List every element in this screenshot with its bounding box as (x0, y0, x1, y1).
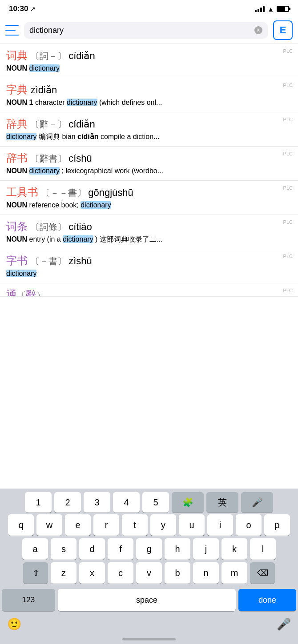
wifi-icon: ▲ (267, 5, 274, 13)
key-row-3: ⇧ z x c v b n m ⌫ (2, 562, 296, 584)
home-indicator (122, 638, 176, 640)
key-w[interactable]: w (36, 514, 62, 536)
result-chinese-7: 字书 〔－書〕 zìshū (6, 254, 292, 268)
key-e[interactable]: e (65, 514, 91, 536)
key-x[interactable]: x (79, 562, 105, 584)
key-q[interactable]: q (8, 514, 34, 536)
plc-badge: PLC (283, 185, 293, 191)
key-h[interactable]: h (165, 538, 190, 560)
result-chinese-8: 通〔辭〉 (6, 288, 292, 297)
key-mic[interactable]: 🎤 (241, 492, 273, 513)
keyboard-bottom-row: 123 space done (0, 586, 298, 615)
plc-badge: PLC (283, 117, 293, 122)
result-def-6: NOUN entry (in a dictionary ) 这部词典收录了二..… (6, 235, 292, 244)
location-arrow-icon: ↗ (30, 5, 36, 12)
key-l[interactable]: l (250, 538, 276, 560)
result-item-4[interactable]: PLC 辞书 〔辭書〕 císhū NOUN dictionary ; lexi… (0, 147, 298, 181)
key-y[interactable]: y (150, 514, 176, 536)
result-def-7: dictionary (6, 269, 292, 278)
result-chinese-4: 辞书 〔辭書〕 císhū (6, 151, 292, 165)
result-item-6[interactable]: PLC 词条 〔詞條〕 cítiáo NOUN entry (in a dict… (0, 215, 298, 249)
keyboard-letter-rows: q w e r t y u i o p a s d f g h j k l ⇧ … (0, 514, 298, 584)
result-item-7[interactable]: PLC 字书 〔－書〕 zìshū dictionary (0, 249, 298, 283)
result-def-3: dictionary 编词典 biān cídiǎn compile a dic… (6, 132, 292, 142)
plc-badge: PLC (283, 219, 293, 225)
result-chinese-2: 字典 zìdiǎn (6, 83, 292, 97)
result-chinese-6: 词条 〔詞條〕 cítiáo (6, 219, 292, 234)
keyboard: 1 2 3 4 5 🧩 英 🎤 q w e r t y u i o p a s … (0, 489, 298, 644)
key-row-2: a s d f g h j k l (2, 538, 296, 560)
key-c[interactable]: c (108, 562, 133, 584)
clear-button[interactable]: × (254, 26, 262, 34)
result-item-5[interactable]: PLC 工具书 〔－－書〕 gōngjùshū NOUN reference b… (0, 181, 298, 215)
key-r[interactable]: r (93, 514, 119, 536)
key-4[interactable]: 4 (113, 492, 140, 513)
keyboard-number-row: 1 2 3 4 5 🧩 英 🎤 (0, 489, 298, 514)
menu-button[interactable] (5, 25, 19, 36)
key-f[interactable]: f (108, 538, 133, 560)
signal-icon (255, 6, 265, 12)
status-icons: ▲ (255, 5, 289, 13)
result-def-5: NOUN reference book; dictionary (6, 200, 292, 210)
result-chinese-3: 辞典 〔辭－〕 cídiǎn (6, 117, 292, 131)
key-row-1: q w e r t y u i o p (2, 514, 296, 536)
result-item-8[interactable]: PLC 通〔辭〉 (0, 283, 298, 297)
key-j[interactable]: j (193, 538, 219, 560)
result-def-2: NOUN 1 character dictionary (which defin… (6, 98, 292, 107)
plc-badge: PLC (283, 48, 293, 54)
search-input[interactable] (29, 26, 251, 35)
key-t[interactable]: t (122, 514, 148, 536)
key-g[interactable]: g (136, 538, 162, 560)
key-b[interactable]: b (165, 562, 190, 584)
key-m[interactable]: m (221, 562, 247, 584)
key-s[interactable]: s (51, 538, 77, 560)
plc-badge: PLC (283, 83, 293, 88)
search-bar: × E (0, 17, 298, 44)
key-english[interactable]: 英 (206, 492, 238, 513)
status-bar: 10:30 ↗ ▲ (0, 0, 298, 17)
key-i[interactable]: i (207, 514, 233, 536)
key-a[interactable]: a (22, 538, 48, 560)
status-time: 10:30 (9, 4, 28, 13)
result-def-1: NOUN dictionary (6, 64, 292, 73)
plc-badge: PLC (283, 288, 293, 293)
battery-icon (277, 6, 289, 12)
key-o[interactable]: o (236, 514, 262, 536)
result-chinese-1: 词典 〔詞－〕 cídiǎn (6, 48, 292, 63)
emoji-key[interactable]: 🙂 (7, 617, 21, 631)
search-input-wrapper: × (24, 22, 268, 39)
key-k[interactable]: k (221, 538, 247, 560)
space-key[interactable]: space (58, 589, 236, 611)
backspace-key[interactable]: ⌫ (250, 562, 275, 584)
key-u[interactable]: u (179, 514, 205, 536)
key-p[interactable]: p (264, 514, 290, 536)
e-mode-button[interactable]: E (273, 20, 293, 40)
mic-bottom-key[interactable]: 🎤 (277, 617, 291, 631)
key-1[interactable]: 1 (25, 492, 52, 513)
done-key[interactable]: done (238, 589, 296, 611)
plc-badge: PLC (283, 254, 293, 259)
result-def-4: NOUN dictionary ; lexicographical work (… (6, 166, 292, 176)
key-2[interactable]: 2 (54, 492, 81, 513)
key-z[interactable]: z (51, 562, 77, 584)
shift-key[interactable]: ⇧ (23, 562, 48, 584)
key-d[interactable]: d (79, 538, 105, 560)
key-5[interactable]: 5 (142, 492, 169, 513)
result-item-3[interactable]: PLC 辞典 〔辭－〕 cídiǎn dictionary 编词典 biān c… (0, 112, 298, 147)
results-list: PLC 词典 〔詞－〕 cídiǎn NOUN dictionary PLC 字… (0, 44, 298, 297)
emoji-row: 🙂 🎤 (0, 615, 298, 638)
plc-badge: PLC (283, 151, 293, 156)
key-3[interactable]: 3 (84, 492, 110, 513)
numbers-key[interactable]: 123 (2, 589, 55, 611)
result-chinese-5: 工具书 〔－－書〕 gōngjùshū (6, 185, 292, 199)
key-n[interactable]: n (193, 562, 219, 584)
result-item-2[interactable]: PLC 字典 zìdiǎn NOUN 1 character dictionar… (0, 78, 298, 112)
key-v[interactable]: v (136, 562, 162, 584)
result-item-1[interactable]: PLC 词典 〔詞－〕 cídiǎn NOUN dictionary (0, 44, 298, 78)
key-puzzle[interactable]: 🧩 (172, 492, 204, 513)
